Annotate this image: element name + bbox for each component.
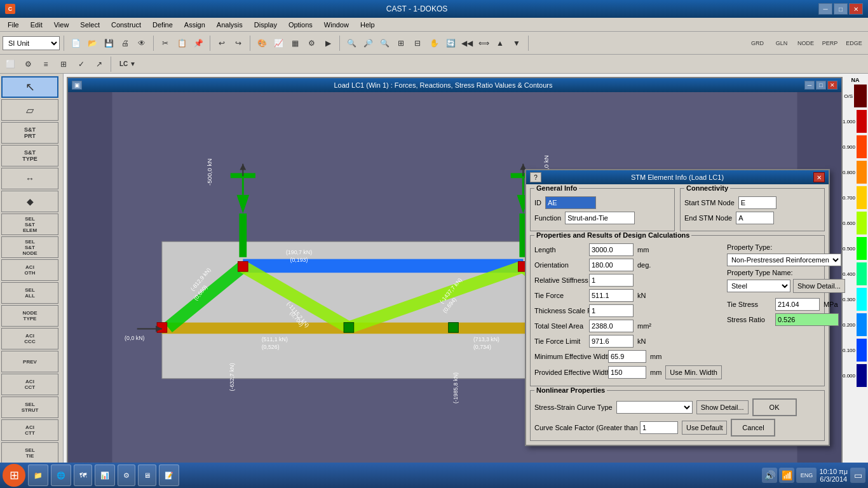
paste-btn[interactable]: 📌 (191, 36, 206, 51)
pan-btn[interactable]: ✋ (426, 36, 442, 51)
down-btn[interactable]: ▼ (509, 36, 524, 51)
taskbar-clock[interactable]: 10:10 πμ 6/3/2014 (819, 468, 848, 483)
print-btn[interactable]: 🖨 (118, 36, 133, 51)
taskbar-browser2[interactable]: 🖥 (138, 464, 156, 486)
taskbar-word[interactable]: 📝 (159, 464, 179, 486)
cut-btn[interactable]: ✂ (158, 36, 173, 51)
total-steel-input[interactable] (589, 320, 634, 332)
tie-force-limit-input[interactable] (589, 335, 634, 348)
nonlinear-show-detail-btn[interactable]: Show Detail... (696, 400, 749, 414)
unit-select[interactable]: SI Unit Imperial (3, 36, 60, 50)
cancel-btn[interactable]: Cancel (731, 419, 775, 437)
tb2-btn2[interactable]: ⚙ (20, 57, 36, 72)
zoom-sel-btn[interactable]: ⊟ (410, 36, 425, 51)
taskbar-file-explorer[interactable]: 📁 (28, 464, 48, 486)
gln-btn[interactable]: GLN (770, 36, 793, 51)
new-btn[interactable]: 📄 (68, 36, 83, 51)
menu-window[interactable]: Window (319, 20, 354, 30)
sidebar-aci-ctt[interactable]: ACICTT (1, 419, 58, 441)
orientation-input[interactable] (589, 259, 634, 271)
tb2-btn3[interactable]: ≡ (38, 57, 53, 72)
taskbar-settings[interactable]: ⚙ (118, 464, 135, 486)
sidebar-sel-st-node[interactable]: SELS&TNODE (1, 236, 58, 258)
zoom-in-btn[interactable]: 🔎 (360, 36, 376, 51)
menu-analysis[interactable]: Analysis (212, 20, 248, 30)
sidebar-aci-ccc[interactable]: ACICCC (1, 328, 58, 349)
sidebar-node-type[interactable]: NODETYPE (1, 305, 58, 327)
sidebar-aci-oth[interactable]: ACIOTH (1, 259, 58, 281)
start-button[interactable]: ⊞ (3, 464, 25, 487)
menu-construct[interactable]: Construct (106, 20, 146, 30)
function-input[interactable] (565, 212, 635, 224)
tb2-btn5[interactable]: ✓ (74, 57, 89, 72)
menu-file[interactable]: File (3, 20, 24, 30)
end-node-input[interactable] (736, 212, 774, 224)
redo-btn[interactable]: ↪ (231, 36, 246, 51)
tb2-btn4[interactable]: ⊞ (56, 57, 71, 72)
id-input[interactable] (545, 196, 596, 209)
inner-minimize-btn[interactable]: ─ (804, 81, 815, 90)
up-btn[interactable]: ▲ (492, 36, 508, 51)
lc-dropdown[interactable]: LC ▼ (115, 57, 140, 72)
grd-btn[interactable]: GRD (746, 36, 769, 51)
zoom-all-btn[interactable]: ⊞ (393, 36, 409, 51)
use-min-width-btn[interactable]: Use Min. Width (665, 365, 722, 379)
inner-maximize-btn[interactable]: □ (816, 81, 826, 90)
use-default-btn[interactable]: Use Default (682, 421, 727, 435)
start-node-input[interactable] (738, 196, 776, 209)
sidebar-shape[interactable]: ▱ (1, 99, 58, 121)
save-btn[interactable]: 💾 (101, 36, 116, 51)
open-btn[interactable]: 📂 (85, 36, 100, 51)
table-btn[interactable]: ▦ (287, 36, 302, 51)
sidebar-sel-tie[interactable]: SELTIE (1, 442, 58, 464)
menu-help[interactable]: Help (355, 20, 380, 30)
close-button[interactable]: ✕ (849, 3, 863, 15)
menu-assign[interactable]: Assign (179, 20, 210, 30)
tie-stress-input[interactable] (775, 298, 820, 311)
color-btn[interactable]: 🎨 (254, 36, 269, 51)
edge-btn[interactable]: EDGE (843, 36, 865, 51)
node-btn[interactable]: NODE (794, 36, 817, 51)
taskbar-show-desktop[interactable]: ▭ (850, 468, 865, 483)
sidebar-sel-strut[interactable]: SELSTRUT (1, 396, 58, 418)
rotate-btn[interactable]: 🔄 (443, 36, 458, 51)
zoom-out-btn[interactable]: 🔍 (377, 36, 392, 51)
perp-btn[interactable]: PERP (818, 36, 841, 51)
inner-close-btn[interactable]: ✕ (827, 81, 837, 90)
tool1-btn[interactable]: ⚙ (304, 36, 319, 51)
rel-stiffness-input[interactable] (589, 274, 634, 287)
tb2-btn1[interactable]: ⬜ (3, 57, 18, 72)
min-eff-width-input[interactable] (608, 350, 646, 363)
sidebar-move[interactable]: ↔ (1, 168, 58, 189)
property-type-select[interactable]: Non-Prestressed Reinforcement Tie (727, 254, 841, 266)
taskbar-browser[interactable]: 🌐 (51, 464, 71, 486)
canvas-area[interactable]: ▣ Load LC1 (Win 1) : Forces, Reactions, … (64, 74, 868, 470)
arrow-btn[interactable]: ▶ (320, 36, 336, 51)
sidebar-spt-prt[interactable]: S&TPRT (1, 122, 58, 144)
curve-scale-input[interactable] (640, 421, 678, 434)
sidebar-aci-cct[interactable]: ACICCT (1, 374, 58, 395)
copy-btn[interactable]: 📋 (174, 36, 189, 51)
property-type-name-select[interactable]: Steel (727, 280, 790, 292)
sidebar-snt-type[interactable]: S&TTYPE (1, 145, 58, 166)
graph-btn[interactable]: 📈 (271, 36, 286, 51)
stm-help-btn[interactable]: ? (530, 172, 541, 182)
taskbar-volume-icon[interactable]: 📶 (779, 468, 794, 483)
prev-view-btn[interactable]: ◀◀ (459, 36, 475, 51)
maximize-button[interactable]: □ (834, 3, 848, 15)
menu-view[interactable]: View (49, 20, 74, 30)
sidebar-prev[interactable]: PREV (1, 351, 58, 372)
show-detail-btn[interactable]: Show Detail... (793, 279, 845, 293)
stress-ratio-input[interactable] (775, 313, 839, 326)
taskbar-maps[interactable]: 🗺 (74, 464, 92, 486)
menu-display[interactable]: Display (249, 20, 282, 30)
sidebar-sel-all[interactable]: SELALL (1, 282, 58, 304)
ok-btn[interactable]: OK (752, 398, 797, 416)
menu-edit[interactable]: Edit (25, 20, 48, 30)
menu-define[interactable]: Define (147, 20, 178, 30)
taskbar-excel[interactable]: 📊 (95, 464, 115, 486)
tb2-btn6[interactable]: ↗ (92, 57, 107, 72)
undo-btn[interactable]: ↩ (214, 36, 229, 51)
prov-eff-width-input[interactable] (608, 366, 646, 379)
zoom-win-btn[interactable]: 🔍 (344, 36, 359, 51)
